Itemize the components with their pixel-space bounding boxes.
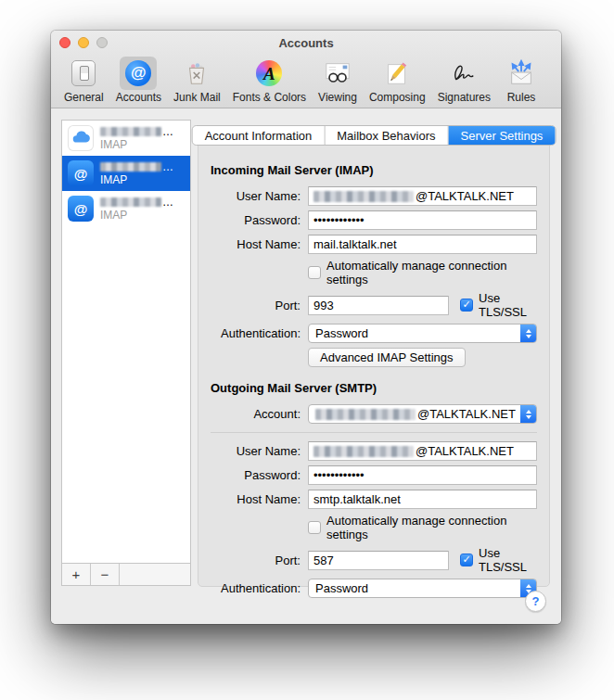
outgoing-tls-label: Use TLS/SSL — [479, 546, 537, 574]
account-type-label: IMAP — [100, 139, 173, 150]
settings-panel: Account Information Mailbox Behaviors Se… — [198, 134, 550, 587]
add-account-button[interactable]: + — [62, 564, 91, 585]
zoom-button[interactable] — [96, 37, 108, 48]
close-button[interactable] — [59, 37, 70, 48]
advanced-imap-settings-button[interactable]: Advanced IMAP Settings — [308, 348, 466, 367]
incoming-hostname-label: Host Name: — [211, 237, 301, 251]
redacted-text — [313, 446, 414, 457]
incoming-tls-label: Use TLS/SSL — [479, 291, 537, 319]
envelope-glasses-icon — [324, 59, 352, 87]
accounts-pane: … IMAP @ … IMAP @ … IMAP — [51, 108, 561, 624]
username-suffix: @TALKTALK.NET — [416, 189, 514, 203]
outgoing-password-input[interactable] — [308, 465, 537, 485]
titlebar: Accounts — [51, 31, 561, 55]
account-name-redacted: … — [100, 161, 173, 172]
account-row-third[interactable]: @ … IMAP — [62, 191, 190, 226]
toolbar-item-rules[interactable]: Rules — [503, 57, 540, 104]
window-header: Accounts General @ Accounts — [51, 31, 561, 108]
incoming-auto-manage-label: Automatically manage connection settings — [326, 259, 537, 286]
tab-bar: Account Information Mailbox Behaviors Se… — [192, 125, 556, 146]
incoming-auto-manage-checkbox[interactable]: ✓ — [308, 266, 321, 279]
outgoing-port-input[interactable] — [308, 551, 449, 570]
outgoing-hostname-input[interactable] — [308, 490, 537, 509]
toolbar-item-viewing[interactable]: Viewing — [318, 57, 357, 104]
redacted-text — [313, 191, 414, 202]
remove-account-button[interactable]: − — [91, 564, 120, 585]
username-suffix: @TALKTALK.NET — [416, 444, 514, 458]
section-divider — [211, 432, 537, 433]
toolbar-label: Signatures — [438, 91, 491, 104]
account-type-label: IMAP — [100, 174, 173, 185]
toolbar-item-composing[interactable]: Composing — [369, 57, 426, 104]
minimize-button[interactable] — [78, 37, 89, 48]
outgoing-username-label: User Name: — [211, 444, 301, 458]
light-switch-icon — [71, 60, 96, 86]
account-list: … IMAP @ … IMAP @ … IMAP — [61, 120, 191, 586]
account-name-redacted: … — [100, 197, 173, 208]
at-account-icon: @ — [68, 196, 94, 222]
toolbar-item-accounts[interactable]: @ Accounts — [116, 57, 161, 104]
incoming-hostname-input[interactable] — [308, 235, 537, 254]
incoming-port-input[interactable] — [308, 296, 449, 315]
toolbar-item-junk-mail[interactable]: Junk Mail — [173, 57, 221, 104]
account-list-footer: + − — [62, 563, 190, 585]
toolbar-label: Fonts & Colors — [233, 91, 306, 104]
signature-icon — [450, 59, 478, 87]
redacted-text — [315, 409, 416, 420]
tab-server-settings[interactable]: Server Settings — [448, 126, 555, 145]
outgoing-username-field[interactable]: @TALKTALK.NET — [308, 441, 537, 461]
outgoing-port-label: Port: — [211, 554, 301, 567]
outgoing-section-heading: Outgoing Mail Server (SMTP) — [211, 381, 537, 395]
account-name-redacted: … — [100, 126, 173, 137]
help-button[interactable]: ? — [525, 591, 546, 612]
preferences-toolbar: General @ Accounts Junk Mail — [51, 55, 561, 108]
outgoing-auto-manage-label: Automatically manage connection settings — [326, 514, 537, 541]
popup-stepper-icon — [520, 405, 536, 423]
outgoing-tls-checkbox[interactable]: ✓ — [460, 554, 473, 566]
account-row-icloud[interactable]: … IMAP — [62, 121, 190, 156]
incoming-username-field[interactable]: @TALKTALK.NET — [308, 186, 537, 206]
trash-basket-icon — [183, 59, 211, 87]
tab-account-information[interactable]: Account Information — [193, 126, 326, 145]
popup-stepper-icon — [520, 325, 536, 342]
tab-mailbox-behaviors[interactable]: Mailbox Behaviors — [325, 126, 448, 145]
outgoing-auth-select[interactable]: Password — [308, 579, 537, 598]
window-title: Accounts — [51, 31, 561, 56]
incoming-username-label: User Name: — [211, 189, 301, 203]
traffic-lights — [59, 37, 108, 48]
incoming-port-label: Port: — [211, 299, 301, 312]
at-account-icon: @ — [68, 160, 94, 186]
toolbar-item-signatures[interactable]: Signatures — [438, 57, 491, 104]
toolbar-label: Accounts — [116, 91, 161, 104]
incoming-section-heading: Incoming Mail Server (IMAP) — [211, 163, 537, 177]
incoming-password-input[interactable] — [308, 210, 537, 230]
at-circle-icon: @ — [125, 60, 151, 86]
toolbar-label: Rules — [507, 91, 536, 104]
outgoing-hostname-label: Host Name: — [211, 492, 301, 506]
outgoing-password-label: Password: — [211, 468, 301, 482]
account-suffix: @TALKTALK.NET — [417, 407, 516, 421]
outgoing-auto-manage-checkbox[interactable]: ✓ — [308, 521, 321, 534]
incoming-auth-label: Authentication: — [211, 326, 301, 340]
toolbar-label: Junk Mail — [173, 91, 221, 104]
outgoing-account-label: Account: — [211, 407, 301, 421]
icloud-icon — [68, 125, 94, 151]
account-row-talktalk[interactable]: @ … IMAP — [62, 156, 190, 191]
toolbar-label: Composing — [369, 91, 426, 104]
toolbar-item-general[interactable]: General — [64, 57, 104, 104]
pencil-page-icon — [383, 59, 411, 87]
toolbar-label: General — [64, 91, 104, 104]
rules-envelope-arrows-icon — [507, 59, 535, 87]
incoming-tls-checkbox[interactable]: ✓ — [460, 299, 473, 312]
outgoing-auth-label: Authentication: — [211, 581, 301, 595]
rainbow-letter-a-icon: A — [256, 60, 282, 86]
toolbar-label: Viewing — [318, 91, 357, 104]
preferences-window: Accounts General @ Accounts — [51, 31, 561, 624]
outgoing-account-select[interactable]: @TALKTALK.NET — [308, 404, 537, 424]
toolbar-item-fonts-colors[interactable]: A Fonts & Colors — [233, 57, 306, 104]
incoming-auth-select[interactable]: Password — [308, 324, 537, 343]
incoming-password-label: Password: — [211, 213, 301, 227]
account-type-label: IMAP — [100, 210, 173, 221]
